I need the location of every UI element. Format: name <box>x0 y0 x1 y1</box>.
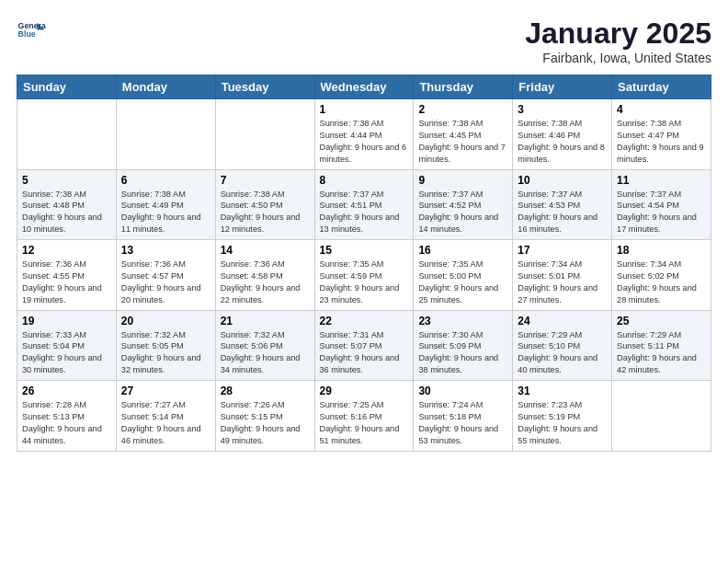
calendar: SundayMondayTuesdayWednesdayThursdayFrid… <box>17 75 711 452</box>
calendar-week-4: 19Sunrise: 7:33 AM Sunset: 5:04 PM Dayli… <box>17 310 711 381</box>
calendar-cell: 9Sunrise: 7:37 AM Sunset: 4:52 PM Daylig… <box>414 169 513 240</box>
logo-icon: General Blue <box>17 17 46 46</box>
day-number: 20 <box>121 315 210 327</box>
day-number: 31 <box>518 385 607 397</box>
day-number: 4 <box>617 103 706 116</box>
calendar-cell: 21Sunrise: 7:32 AM Sunset: 5:06 PM Dayli… <box>215 310 314 381</box>
calendar-cell: 13Sunrise: 7:36 AM Sunset: 4:57 PM Dayli… <box>116 240 215 311</box>
day-number: 1 <box>320 103 409 116</box>
calendar-cell: 22Sunrise: 7:31 AM Sunset: 5:07 PM Dayli… <box>314 310 414 381</box>
day-number: 22 <box>320 315 409 327</box>
day-number: 7 <box>221 174 310 187</box>
day-number: 26 <box>22 385 111 397</box>
day-info: Sunrise: 7:24 AM Sunset: 5:18 PM Dayligh… <box>418 399 507 447</box>
svg-text:Blue: Blue <box>18 29 36 39</box>
day-info: Sunrise: 7:34 AM Sunset: 5:02 PM Dayligh… <box>617 259 706 306</box>
day-info: Sunrise: 7:38 AM Sunset: 4:45 PM Dayligh… <box>418 118 507 166</box>
calendar-cell: 12Sunrise: 7:36 AM Sunset: 4:55 PM Dayli… <box>17 240 117 311</box>
day-number: 24 <box>518 315 607 327</box>
day-info: Sunrise: 7:38 AM Sunset: 4:46 PM Dayligh… <box>518 118 607 166</box>
day-info: Sunrise: 7:35 AM Sunset: 4:59 PM Dayligh… <box>320 259 409 306</box>
calendar-week-1: 1Sunrise: 7:38 AM Sunset: 4:44 PM Daylig… <box>17 99 711 170</box>
day-info: Sunrise: 7:37 AM Sunset: 4:54 PM Dayligh… <box>617 189 706 236</box>
calendar-cell: 4Sunrise: 7:38 AM Sunset: 4:47 PM Daylig… <box>612 99 711 170</box>
day-number: 8 <box>320 174 409 187</box>
day-number: 9 <box>418 174 507 187</box>
calendar-cell: 28Sunrise: 7:26 AM Sunset: 5:15 PM Dayli… <box>215 381 314 452</box>
day-info: Sunrise: 7:33 AM Sunset: 5:04 PM Dayligh… <box>22 329 111 377</box>
calendar-cell <box>612 381 711 452</box>
logo: General Blue <box>17 17 50 46</box>
weekday-header-thursday: Thursday <box>414 75 513 99</box>
calendar-cell: 26Sunrise: 7:28 AM Sunset: 5:13 PM Dayli… <box>17 381 117 452</box>
weekday-header-monday: Monday <box>116 75 215 99</box>
day-info: Sunrise: 7:37 AM Sunset: 4:52 PM Dayligh… <box>418 189 507 236</box>
calendar-cell: 20Sunrise: 7:32 AM Sunset: 5:05 PM Dayli… <box>116 310 215 381</box>
day-info: Sunrise: 7:36 AM Sunset: 4:57 PM Dayligh… <box>121 259 210 306</box>
svg-text:General: General <box>18 21 46 30</box>
day-number: 25 <box>617 315 706 327</box>
day-info: Sunrise: 7:28 AM Sunset: 5:13 PM Dayligh… <box>22 399 111 447</box>
day-number: 13 <box>121 244 210 257</box>
day-info: Sunrise: 7:37 AM Sunset: 4:53 PM Dayligh… <box>518 189 607 236</box>
day-info: Sunrise: 7:26 AM Sunset: 5:15 PM Dayligh… <box>221 399 310 447</box>
weekday-header-sunday: Sunday <box>17 75 117 99</box>
title-block: January 2025 Fairbank, Iowa, United Stat… <box>525 17 711 65</box>
day-info: Sunrise: 7:30 AM Sunset: 5:09 PM Dayligh… <box>418 329 507 377</box>
day-number: 28 <box>221 385 310 397</box>
calendar-cell: 19Sunrise: 7:33 AM Sunset: 5:04 PM Dayli… <box>17 310 117 381</box>
calendar-cell <box>116 99 215 170</box>
day-number: 29 <box>320 385 409 397</box>
day-info: Sunrise: 7:38 AM Sunset: 4:47 PM Dayligh… <box>617 118 706 166</box>
day-number: 2 <box>418 103 507 116</box>
day-number: 16 <box>418 244 507 257</box>
day-number: 5 <box>22 174 111 187</box>
day-info: Sunrise: 7:29 AM Sunset: 5:11 PM Dayligh… <box>617 329 706 377</box>
day-number: 15 <box>320 244 409 257</box>
calendar-week-2: 5Sunrise: 7:38 AM Sunset: 4:48 PM Daylig… <box>17 169 711 240</box>
weekday-header-saturday: Saturday <box>612 75 711 99</box>
day-info: Sunrise: 7:32 AM Sunset: 5:06 PM Dayligh… <box>221 329 310 377</box>
day-info: Sunrise: 7:36 AM Sunset: 4:55 PM Dayligh… <box>22 259 111 306</box>
day-info: Sunrise: 7:38 AM Sunset: 4:48 PM Dayligh… <box>22 189 111 236</box>
day-number: 30 <box>418 385 507 397</box>
calendar-cell: 29Sunrise: 7:25 AM Sunset: 5:16 PM Dayli… <box>314 381 414 452</box>
day-info: Sunrise: 7:35 AM Sunset: 5:00 PM Dayligh… <box>418 259 507 306</box>
day-number: 18 <box>617 244 706 257</box>
calendar-cell: 1Sunrise: 7:38 AM Sunset: 4:44 PM Daylig… <box>314 99 414 170</box>
weekday-header-tuesday: Tuesday <box>215 75 314 99</box>
day-info: Sunrise: 7:29 AM Sunset: 5:10 PM Dayligh… <box>518 329 607 377</box>
day-info: Sunrise: 7:36 AM Sunset: 4:58 PM Dayligh… <box>221 259 310 306</box>
day-info: Sunrise: 7:34 AM Sunset: 5:01 PM Dayligh… <box>518 259 607 306</box>
calendar-cell: 3Sunrise: 7:38 AM Sunset: 4:46 PM Daylig… <box>513 99 612 170</box>
day-info: Sunrise: 7:38 AM Sunset: 4:50 PM Dayligh… <box>221 189 310 236</box>
day-number: 11 <box>617 174 706 187</box>
day-number: 21 <box>221 315 310 327</box>
month-title: January 2025 <box>525 17 711 51</box>
day-info: Sunrise: 7:27 AM Sunset: 5:14 PM Dayligh… <box>121 399 210 447</box>
calendar-cell <box>17 99 117 170</box>
day-number: 14 <box>221 244 310 257</box>
day-number: 10 <box>518 174 607 187</box>
day-number: 19 <box>22 315 111 327</box>
calendar-cell: 30Sunrise: 7:24 AM Sunset: 5:18 PM Dayli… <box>414 381 513 452</box>
calendar-cell: 31Sunrise: 7:23 AM Sunset: 5:19 PM Dayli… <box>513 381 612 452</box>
day-info: Sunrise: 7:31 AM Sunset: 5:07 PM Dayligh… <box>320 329 409 377</box>
day-number: 12 <box>22 244 111 257</box>
calendar-cell: 27Sunrise: 7:27 AM Sunset: 5:14 PM Dayli… <box>116 381 215 452</box>
calendar-week-3: 12Sunrise: 7:36 AM Sunset: 4:55 PM Dayli… <box>17 240 711 311</box>
calendar-cell: 24Sunrise: 7:29 AM Sunset: 5:10 PM Dayli… <box>513 310 612 381</box>
day-number: 6 <box>121 174 210 187</box>
calendar-cell: 2Sunrise: 7:38 AM Sunset: 4:45 PM Daylig… <box>414 99 513 170</box>
day-info: Sunrise: 7:25 AM Sunset: 5:16 PM Dayligh… <box>320 399 409 447</box>
calendar-week-5: 26Sunrise: 7:28 AM Sunset: 5:13 PM Dayli… <box>17 381 711 452</box>
location: Fairbank, Iowa, United States <box>525 51 711 65</box>
day-info: Sunrise: 7:38 AM Sunset: 4:49 PM Dayligh… <box>121 189 210 236</box>
calendar-cell: 25Sunrise: 7:29 AM Sunset: 5:11 PM Dayli… <box>612 310 711 381</box>
day-info: Sunrise: 7:32 AM Sunset: 5:05 PM Dayligh… <box>121 329 210 377</box>
calendar-cell <box>215 99 314 170</box>
calendar-cell: 6Sunrise: 7:38 AM Sunset: 4:49 PM Daylig… <box>116 169 215 240</box>
page: General Blue January 2025 Fairbank, Iowa… <box>0 0 728 461</box>
day-number: 3 <box>518 103 607 116</box>
calendar-cell: 5Sunrise: 7:38 AM Sunset: 4:48 PM Daylig… <box>17 169 117 240</box>
